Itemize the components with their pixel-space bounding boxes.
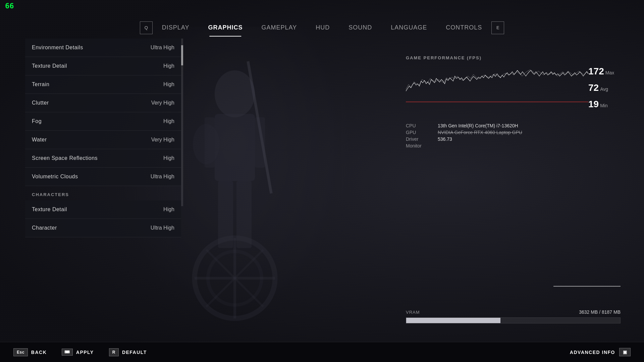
setting-clutter[interactable]: Clutter Very High [25, 94, 181, 112]
nav-display[interactable]: Display [153, 20, 199, 35]
nav-language[interactable]: Language [381, 20, 436, 35]
setting-name: Environment Details [32, 45, 83, 51]
gpu-label: GPU [406, 130, 433, 135]
performance-panel: GAME PERFORMANCE (FPS) 172 Max 72 Avg [406, 55, 621, 148]
apply-label: APPLY [76, 350, 94, 355]
nav-right-icon[interactable]: E [491, 21, 504, 34]
settings-panel: Environment Details Ultra High Texture D… [25, 39, 181, 237]
setting-value: High [163, 63, 174, 69]
navigation-bar: Q Display Graphics Gameplay HUD Sound La… [0, 20, 644, 35]
nav-sound[interactable]: Sound [339, 20, 381, 35]
fps-min-value: 19 [588, 99, 599, 110]
advanced-info-button[interactable]: ADVANCED INFO ▣ [570, 348, 631, 356]
nav-left-icon[interactable]: Q [140, 21, 153, 34]
fps-chart-svg [406, 64, 588, 111]
setting-char-texture[interactable]: Texture Detail High [25, 200, 181, 219]
setting-name: Terrain [32, 81, 49, 87]
svg-rect-1 [215, 114, 255, 181]
setting-ssr[interactable]: Screen Space Reflections High [25, 149, 181, 168]
setting-environment-details[interactable]: Environment Details Ultra High [25, 39, 181, 57]
fps-max-value: 172 [588, 66, 604, 77]
setting-value: Ultra High [151, 45, 174, 51]
setting-name: Fog [32, 118, 42, 124]
setting-name: Texture Detail [32, 63, 67, 69]
nav-graphics[interactable]: Graphics [199, 20, 252, 35]
default-label: DEFAULT [122, 350, 147, 355]
apply-key-badge: ⌨ [62, 349, 73, 356]
setting-character[interactable]: Character Ultra High [25, 219, 181, 237]
setting-value: Ultra High [151, 225, 174, 231]
fps-chart-container: 172 Max 72 Avg 19 Min [406, 64, 621, 111]
back-key-badge: Esc [13, 348, 28, 356]
setting-value: Very High [151, 100, 174, 106]
nav-controls[interactable]: Controls [436, 20, 491, 35]
driver-value: 536.73 [438, 136, 621, 142]
setting-water[interactable]: Water Very High [25, 131, 181, 149]
monitor-label: Monitor [406, 143, 433, 148]
vram-header: VRAM 3632 MB / 8187 MB [406, 309, 621, 315]
system-info: CPU 13th Gen Intel(R) Core(TM) i7-13620H… [406, 123, 621, 148]
cpu-label: CPU [406, 123, 433, 128]
advanced-icon: ▣ [619, 348, 631, 356]
back-label: BACK [31, 350, 47, 355]
vram-bar-fill [406, 318, 500, 323]
setting-fog[interactable]: Fog High [25, 112, 181, 131]
fps-min-label: Min [600, 103, 608, 108]
vram-section: VRAM 3632 MB / 8187 MB [406, 309, 621, 323]
fps-chart-area [406, 64, 588, 111]
nav-gameplay[interactable]: Gameplay [252, 20, 306, 35]
vram-display: 3632 MB / 8187 MB [579, 309, 621, 315]
setting-name: Screen Space Reflections [32, 155, 98, 161]
fps-avg: 72 Avg [588, 82, 621, 93]
setting-name: Water [32, 137, 47, 143]
setting-value: High [163, 81, 174, 87]
setting-value: Very High [151, 137, 174, 143]
gpu-value: NVIDIA GeForce RTX 4060 Laptop GPU [438, 130, 621, 135]
vram-label: VRAM [406, 310, 420, 315]
fps-max-label: Max [605, 70, 614, 75]
default-key-badge: R [109, 348, 119, 356]
fps-avg-label: Avg [600, 86, 608, 92]
fps-counter: 66 [5, 2, 14, 10]
setting-name: Character [32, 225, 57, 231]
characters-section-header: CHARACTERS [25, 186, 181, 200]
setting-terrain[interactable]: Terrain High [25, 75, 181, 94]
scrollbar-thumb[interactable] [181, 45, 183, 65]
svg-point-7 [193, 124, 220, 164]
perf-title: GAME PERFORMANCE (FPS) [406, 55, 621, 60]
monitor-value [438, 143, 621, 148]
bottom-bar: Esc BACK ⌨ APPLY R DEFAULT ADVANCED INFO… [0, 342, 644, 362]
decorative-line [553, 286, 621, 287]
setting-value: High [163, 118, 174, 124]
bottom-actions: Esc BACK ⌨ APPLY R DEFAULT [13, 348, 147, 356]
fps-stats: 172 Max 72 Avg 19 Min [588, 64, 621, 111]
setting-value: High [163, 155, 174, 161]
default-button[interactable]: R DEFAULT [109, 348, 147, 356]
gpu-text: NVIDIA GeForce RTX 4060 Laptop GPU [438, 130, 522, 135]
setting-name: Texture Detail [32, 206, 67, 213]
apply-button[interactable]: ⌨ APPLY [62, 349, 94, 356]
nav-hud[interactable]: HUD [306, 20, 339, 35]
back-button[interactable]: Esc BACK [13, 348, 47, 356]
fps-min: 19 Min [588, 99, 621, 110]
setting-name: Clutter [32, 100, 49, 106]
setting-volumetric-clouds[interactable]: Volumetric Clouds Ultra High [25, 168, 181, 186]
setting-value: Ultra High [151, 174, 174, 180]
advanced-label: ADVANCED INFO [570, 350, 615, 355]
setting-texture-detail[interactable]: Texture Detail High [25, 57, 181, 75]
cpu-value: 13th Gen Intel(R) Core(TM) i7-13620H [438, 123, 621, 128]
fps-max: 172 Max [588, 66, 621, 77]
svg-point-0 [215, 70, 255, 117]
scrollbar-track[interactable] [181, 39, 183, 206]
fps-avg-value: 72 [588, 82, 599, 93]
setting-value: High [163, 206, 174, 213]
vram-bar-background [406, 317, 621, 323]
setting-name: Volumetric Clouds [32, 174, 78, 180]
driver-label: Driver [406, 136, 433, 142]
